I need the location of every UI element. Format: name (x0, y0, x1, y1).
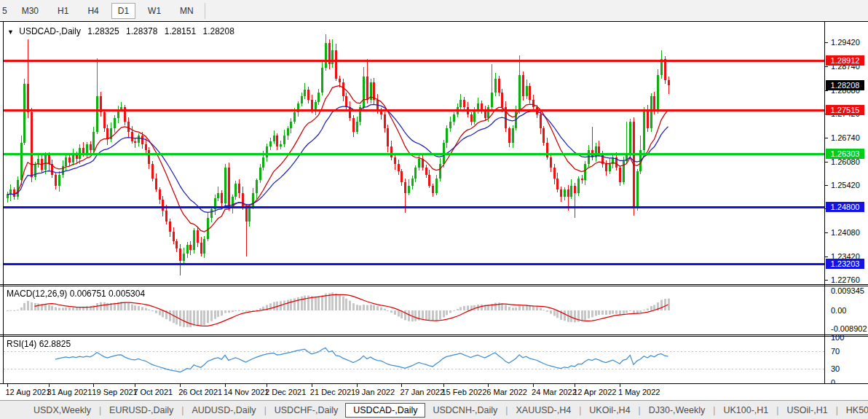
price-tick-mark (825, 257, 828, 257)
symbol-tabbar: USDX,Weekly|EURUSD-,Daily|AUDUSD-,Daily|… (0, 400, 868, 419)
date-tick-mark (225, 384, 226, 387)
price-level-badge: 1.26303 (826, 149, 864, 159)
timeframe-h1-button[interactable]: H1 (51, 3, 75, 19)
timeframe-m30-button[interactable]: M30 (15, 3, 45, 19)
date-tick-mark (267, 384, 267, 387)
tab-divider: | (836, 405, 838, 415)
date-tick-mark (488, 384, 489, 387)
price-tick-mark (825, 42, 828, 43)
date-tick-mark (49, 384, 50, 387)
pane-border (0, 334, 868, 335)
chart-tab-usdchf[interactable]: USDCHF-,Daily (267, 403, 346, 418)
macd-axis-label: -0.008902 (831, 324, 867, 333)
quote-open: 1.28325 (87, 26, 119, 36)
trading-terminal: 5 M30H1H4D1W1MN ▼ USDCAD-,Daily 1.28325 … (0, 0, 868, 419)
tab-divider: | (713, 405, 715, 415)
date-tick-mark (180, 384, 181, 387)
date-tick-label: 24 Mar 2022 (532, 388, 577, 396)
date-tick-label: 14 Nov 2021 (224, 388, 269, 396)
date-tick-label: 12 Aug 2021 (6, 388, 51, 396)
chart-tab-ukoil[interactable]: UKOil-,H4 (582, 403, 637, 418)
date-tick-label: 31 Aug 2021 (47, 388, 92, 396)
rsi-axis-label: 70 (831, 347, 840, 356)
price-level-badge: 1.28208 (826, 80, 864, 90)
rsi-indicator-chart[interactable] (4, 337, 824, 383)
date-tick-label: 26 Oct 2021 (178, 388, 222, 396)
chart-tab-dj30[interactable]: DJ30-,Weekly (642, 403, 713, 418)
date-tick-mark (135, 384, 135, 387)
chart-tab-xauusd[interactable]: XAUUSD-,H4 (508, 403, 578, 418)
chart-title: ▼ USDCAD-,Daily 1.28325 1.28378 1.28151 … (7, 26, 239, 36)
tab-divider: | (505, 405, 508, 415)
pane-border (0, 284, 868, 285)
timeframe-h4-button[interactable]: H4 (81, 3, 105, 19)
date-tick-mark (7, 384, 8, 387)
date-tick-mark (443, 384, 444, 387)
tab-divider: | (776, 405, 778, 415)
price-tick-label: 1.25420 (831, 181, 860, 189)
chart-tab-usdcnh[interactable]: USDCNH-,Daily (425, 403, 505, 418)
date-tick-mark (312, 384, 312, 387)
price-level-badge: 1.28912 (826, 55, 864, 66)
timeframe-m5-button[interactable]: 5 (0, 3, 14, 19)
tab-divider: | (264, 405, 267, 415)
rsi-axis-label: 30 (831, 364, 840, 373)
price-tick-label: 1.26740 (831, 133, 860, 142)
tab-divider: | (639, 405, 641, 415)
date-tick-mark (533, 384, 534, 387)
macd-label: MACD(12,26,9) 0.006751 0.005304 (7, 289, 145, 299)
chart-tab-uk100[interactable]: UK100-,H1 (716, 403, 776, 418)
price-tick-mark (825, 280, 828, 281)
quote-high: 1.28378 (126, 26, 157, 36)
date-tick-mark (620, 384, 620, 387)
price-level-badge: 1.23203 (826, 259, 864, 269)
price-tick-label: 1.29420 (831, 38, 860, 47)
toolbar-separator (205, 3, 205, 19)
rsi-label: RSI(14) 62.8825 (7, 339, 71, 349)
macd-axis-label: 0.009345 (831, 286, 864, 295)
date-tick-label: 2 Dec 2021 (265, 388, 306, 396)
quote-close: 1.28208 (203, 26, 234, 36)
date-tick-mark (575, 384, 575, 387)
price-tick-mark (825, 185, 828, 186)
price-level-badge: 1.27515 (826, 105, 864, 115)
date-tick-label: 12 Apr 2022 (573, 388, 616, 396)
date-tick-label: 19 Sep 2021 (92, 388, 137, 396)
timeframe-d1-button[interactable]: D1 (111, 3, 135, 19)
chart-tab-audusd[interactable]: AUDUSD-,Daily (184, 403, 263, 418)
chart-tab-usdx[interactable]: USDX,Weekly (26, 403, 98, 418)
date-axis[interactable]: 12 Aug 202131 Aug 202119 Sep 20217 Oct 2… (0, 384, 868, 400)
collapse-triangle-icon[interactable]: ▼ (7, 28, 14, 36)
price-tick-label: 1.22760 (831, 275, 860, 284)
price-tick-mark (825, 162, 828, 162)
chart-tab-usoil[interactable]: USOil-,H1 (779, 403, 835, 418)
chart-tab-usdcad[interactable]: USDCAD-,Daily (345, 403, 425, 418)
date-tick-mark (401, 384, 402, 387)
price-tick-mark (825, 138, 828, 138)
macd-axis-label: 0.00 (831, 306, 846, 315)
symbol-period-label: USDCAD-,Daily (19, 26, 81, 36)
date-tick-label: 9 Jan 2022 (355, 388, 395, 396)
timeframe-w1-button[interactable]: W1 (141, 3, 167, 19)
timeframe-toolbar: 5 M30H1H4D1W1MN (0, 0, 868, 21)
tab-divider: | (579, 405, 581, 415)
chart-tab-hk50[interactable]: HK50-,H1 (839, 403, 868, 418)
rsi-axis-label: 100 (831, 333, 844, 342)
price-tick-mark (825, 66, 828, 67)
date-tick-label: 21 Dec 2021 (310, 388, 355, 396)
date-tick-label: 1 May 2022 (618, 388, 660, 396)
price-level-badge: 1.24800 (826, 202, 864, 212)
timeframe-buttons: M30H1H4D1W1MN (15, 2, 200, 19)
date-tick-label: 15 Feb 2022 (442, 388, 487, 396)
timeframe-mn-button[interactable]: MN (173, 3, 200, 19)
price-axis[interactable]: 1.294201.287401.280801.274201.267401.260… (825, 21, 868, 384)
tab-divider: | (99, 405, 101, 415)
date-tick-mark (93, 384, 94, 387)
date-tick-label: 7 Oct 2021 (133, 388, 173, 396)
price-tick-mark (825, 232, 828, 233)
date-tick-mark (357, 384, 358, 387)
tab-divider: | (181, 405, 184, 415)
price-tick-label: 1.24080 (831, 228, 860, 237)
main-price-chart[interactable] (4, 22, 824, 284)
chart-tab-eurusd[interactable]: EURUSD-,Daily (102, 403, 181, 418)
